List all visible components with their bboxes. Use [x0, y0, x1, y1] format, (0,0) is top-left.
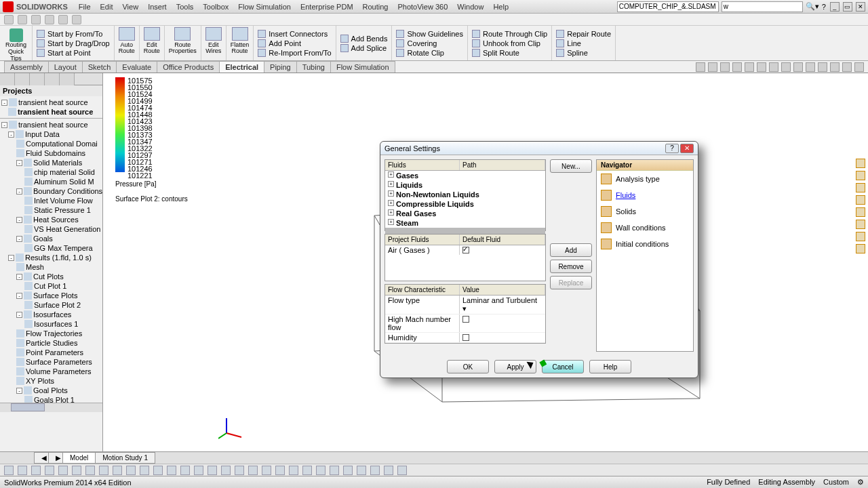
- fluid-non-newtonian-liquids[interactable]: +Non-Newtonian Liquids: [385, 190, 545, 199]
- btool-17[interactable]: [235, 466, 244, 475]
- flow-flow-type[interactable]: Flow typeLaminar and Turbulent ▾: [385, 296, 545, 314]
- menu-routing[interactable]: Routing: [359, 1, 393, 12]
- tab-piping[interactable]: Piping: [264, 61, 297, 73]
- btool-5[interactable]: [72, 466, 81, 475]
- view-icon-2[interactable]: [720, 62, 730, 72]
- fm-tab-3[interactable]: [30, 73, 45, 85]
- tree-mesh[interactable]: Mesh: [0, 262, 102, 272]
- fs-tool-1[interactable]: [856, 159, 865, 168]
- dialog-help-button[interactable]: ?: [665, 144, 679, 153]
- btool-14[interactable]: [194, 466, 203, 475]
- project-fluids-list[interactable]: Project Fluids Default Fluid Air ( Gases…: [384, 234, 546, 281]
- tab-assembly[interactable]: Assembly: [4, 61, 49, 73]
- tree-chip-material-solid[interactable]: chip material Solid: [0, 167, 102, 177]
- view-icon-11[interactable]: [830, 62, 840, 72]
- tree-goal-plots[interactable]: -Goal Plots: [0, 386, 102, 395]
- tree-isosurfaces-1[interactable]: Isosurfaces 1: [0, 319, 102, 329]
- btool-24[interactable]: [330, 466, 339, 475]
- btool-13[interactable]: [180, 466, 190, 475]
- tree-solid-materials[interactable]: -Solid Materials: [0, 158, 102, 167]
- ribbon-covering[interactable]: Covering: [395, 39, 465, 48]
- status-icon[interactable]: ⚙: [857, 478, 864, 487]
- new-button[interactable]: New...: [550, 159, 592, 173]
- ribbon-route-through-clip[interactable]: Route Through Clip: [471, 29, 549, 39]
- btab-motion-study-1[interactable]: Motion Study 1: [95, 452, 155, 464]
- btool-18[interactable]: [248, 466, 258, 475]
- btool-3[interactable]: [45, 466, 54, 475]
- ribbon-add-splice[interactable]: Add Splice: [339, 43, 389, 53]
- cancel-button[interactable]: Cancel: [542, 360, 584, 373]
- ribbon-insert-connectors[interactable]: Insert Connectors: [256, 29, 332, 39]
- ribbon-line[interactable]: Line: [555, 39, 612, 48]
- ribbon-split-route[interactable]: Split Route: [471, 48, 549, 58]
- fluid-liquids[interactable]: +Liquids: [385, 180, 545, 190]
- ribbon-unhook-from-clip[interactable]: Unhook from Clip: [471, 39, 549, 48]
- help-button[interactable]: Help: [589, 360, 631, 373]
- btool-4[interactable]: [58, 466, 68, 475]
- tree-input-data[interactable]: -Input Data: [0, 129, 102, 139]
- ribbon-start-by-drag-drop[interactable]: Start by Drag/Drop: [35, 39, 111, 48]
- tree-xy-plots[interactable]: XY Plots: [0, 376, 102, 386]
- fluid-steam[interactable]: +Steam: [385, 218, 545, 228]
- ok-button[interactable]: OK: [447, 360, 489, 373]
- menu-insert[interactable]: Insert: [144, 1, 171, 12]
- fm-tab-5[interactable]: [60, 73, 75, 85]
- tree-fluid-subdomains[interactable]: Fluid Subdomains: [0, 148, 102, 158]
- btool-6[interactable]: [85, 466, 95, 475]
- fs-tool-8[interactable]: [856, 244, 865, 253]
- view-icon-12[interactable]: [842, 62, 852, 72]
- orientation-triad[interactable]: [218, 414, 245, 443]
- tab-electrical[interactable]: Electrical: [219, 61, 264, 73]
- ribbon-re-import-from-to[interactable]: Re-Import From/To: [256, 48, 332, 58]
- view-icon-8[interactable]: [793, 62, 803, 72]
- tree-goals[interactable]: -Goals: [0, 234, 102, 243]
- tree-surface-parameters[interactable]: Surface Parameters: [0, 357, 102, 367]
- tree-transient-heat-source[interactable]: transient heat source: [0, 107, 102, 117]
- btool-12[interactable]: [167, 466, 176, 475]
- ribbon-add-bends[interactable]: Add Bends: [339, 34, 389, 43]
- panel-scrollbar[interactable]: [0, 403, 102, 412]
- tree-point-parameters[interactable]: Point Parameters: [0, 348, 102, 357]
- view-icon-10[interactable]: [818, 62, 827, 72]
- menu-flow-simulation[interactable]: Flow Simulation: [234, 1, 295, 12]
- tree-surface-plots[interactable]: -Surface Plots: [0, 291, 102, 300]
- view-icon-9[interactable]: [806, 62, 815, 72]
- tab-evaluate[interactable]: Evaluate: [116, 61, 157, 73]
- ribbon-route-properties[interactable]: Route Properties: [165, 26, 201, 60]
- tree-static-pressure-1[interactable]: Static Pressure 1: [0, 205, 102, 215]
- tab-layout[interactable]: Layout: [48, 61, 83, 73]
- fs-tool-6[interactable]: [856, 220, 865, 229]
- graphics-viewport[interactable]: 1015751015501015241014991014741014481014…: [103, 73, 868, 473]
- ribbon-show-guidelines[interactable]: Show Guidelines: [395, 29, 465, 39]
- search-field[interactable]: [722, 1, 803, 12]
- btool-21[interactable]: [289, 466, 298, 475]
- tree-particle-studies[interactable]: Particle Studies: [0, 338, 102, 348]
- ribbon-edit-route[interactable]: Edit Route: [140, 26, 165, 60]
- flow-high-mach-number-flow[interactable]: High Mach number flow: [385, 314, 545, 333]
- btool-9[interactable]: [126, 466, 136, 475]
- view-icon-3[interactable]: [732, 62, 742, 72]
- close-button[interactable]: ✕: [856, 2, 865, 12]
- fluid-gases[interactable]: +Gases: [385, 171, 545, 180]
- print-icon[interactable]: [45, 15, 54, 24]
- btool-1[interactable]: [18, 466, 27, 475]
- btool-16[interactable]: [221, 466, 231, 475]
- view-icon-6[interactable]: [769, 62, 778, 72]
- menu-help[interactable]: Help: [489, 1, 513, 12]
- btool-23[interactable]: [316, 466, 326, 475]
- tree-goals-plot-1[interactable]: Goals Plot 1: [0, 395, 102, 403]
- tree-cut-plots[interactable]: -Cut Plots: [0, 272, 102, 281]
- ribbon-start-at-point[interactable]: Start at Point: [35, 48, 111, 58]
- menu-view[interactable]: View: [118, 1, 142, 12]
- minimize-button[interactable]: _: [830, 2, 840, 12]
- btool-0[interactable]: [4, 466, 14, 475]
- open-icon[interactable]: [18, 15, 27, 24]
- btab-model[interactable]: Model: [62, 452, 96, 464]
- btool-27[interactable]: [370, 466, 380, 475]
- ribbon-edit-wires[interactable]: Edit Wires: [201, 26, 226, 60]
- ribbon-flatten-route[interactable]: Flatten Route: [226, 26, 254, 60]
- view-icon-4[interactable]: [745, 62, 754, 72]
- search-icon[interactable]: 🔍▾: [806, 2, 819, 11]
- fs-tool-7[interactable]: [856, 232, 865, 241]
- view-icon-5[interactable]: [757, 62, 766, 72]
